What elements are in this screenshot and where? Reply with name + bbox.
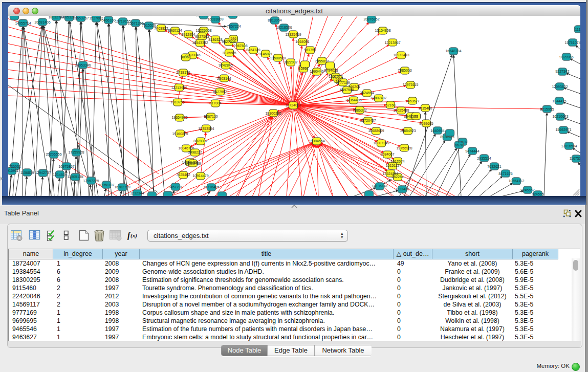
svg-text:16543382: 16543382 xyxy=(192,41,208,45)
svg-text:20876852: 20876852 xyxy=(363,17,379,21)
svg-text:9699695: 9699695 xyxy=(419,122,433,125)
svg-text:546: 546 xyxy=(230,37,236,40)
svg-text:8938923: 8938923 xyxy=(440,135,454,139)
svg-text:1615112: 1615112 xyxy=(386,164,400,167)
svg-text:12213969: 12213969 xyxy=(171,86,187,90)
svg-text:98961: 98961 xyxy=(181,55,191,59)
svg-text:9463627: 9463627 xyxy=(405,99,419,103)
svg-text:1990446: 1990446 xyxy=(310,70,323,73)
svg-text:10807487: 10807487 xyxy=(371,96,386,100)
svg-text:84: 84 xyxy=(414,115,418,118)
svg-text:12975115: 12975115 xyxy=(403,83,419,86)
svg-text:17957225: 17957225 xyxy=(83,179,99,183)
svg-text:2935514: 2935514 xyxy=(477,157,491,160)
svg-text:8454749: 8454749 xyxy=(246,48,260,52)
svg-text:7955812: 7955812 xyxy=(315,59,329,63)
svg-text:2718176: 2718176 xyxy=(176,71,190,74)
svg-text:16648784: 16648784 xyxy=(445,49,461,53)
svg-text:17359928: 17359928 xyxy=(68,150,84,154)
svg-text:13226058: 13226058 xyxy=(195,29,211,32)
svg-text:19654923: 19654923 xyxy=(400,129,416,133)
svg-text:9329966: 9329966 xyxy=(559,55,573,59)
svg-text:3822037: 3822037 xyxy=(284,60,297,64)
svg-text:9327503: 9327503 xyxy=(195,35,209,38)
svg-text:15692971: 15692971 xyxy=(555,128,571,132)
svg-text:1156819: 1156819 xyxy=(20,171,34,174)
svg-text:3624554: 3624554 xyxy=(360,91,374,95)
svg-text:19384554: 19384554 xyxy=(309,139,324,143)
svg-text:3498222: 3498222 xyxy=(188,150,202,154)
svg-text:924565: 924565 xyxy=(532,192,543,196)
svg-text:7632621: 7632621 xyxy=(487,165,501,168)
svg-text:6497508: 6497508 xyxy=(340,88,354,92)
svg-text:9115460: 9115460 xyxy=(419,106,432,110)
svg-text:9777169: 9777169 xyxy=(336,81,350,84)
svg-text:20053346: 20053346 xyxy=(75,63,91,67)
svg-text:17016504: 17016504 xyxy=(561,144,577,148)
svg-text:8813054: 8813054 xyxy=(226,16,239,17)
svg-text:12093822: 12093822 xyxy=(552,85,568,89)
svg-text:13325419: 13325419 xyxy=(285,33,301,36)
svg-text:18724007: 18724007 xyxy=(285,103,301,107)
svg-text:8427552: 8427552 xyxy=(213,90,227,94)
svg-text:1244415: 1244415 xyxy=(552,99,566,103)
svg-text:9474444: 9474444 xyxy=(465,149,479,153)
svg-text:8813054: 8813054 xyxy=(268,18,281,22)
svg-text:12353594: 12353594 xyxy=(198,127,214,130)
svg-text:16782759: 16782759 xyxy=(114,185,130,189)
svg-text:6466160: 6466160 xyxy=(101,18,115,22)
svg-text:3875685: 3875685 xyxy=(222,51,236,55)
svg-text:15720407: 15720407 xyxy=(360,119,376,122)
svg-text:961758: 961758 xyxy=(304,48,316,52)
svg-text:6678: 6678 xyxy=(455,143,463,147)
svg-text:14136141: 14136141 xyxy=(372,184,387,188)
svg-text:16033809: 16033809 xyxy=(207,17,223,21)
svg-text:1214519: 1214519 xyxy=(53,173,67,177)
svg-text:1640954: 1640954 xyxy=(430,129,444,133)
svg-text:8267130: 8267130 xyxy=(204,115,217,118)
svg-text:18807249: 18807249 xyxy=(373,141,389,145)
svg-text:15716485: 15716485 xyxy=(203,185,219,189)
svg-text:9084067: 9084067 xyxy=(380,152,394,156)
svg-text:10046726: 10046726 xyxy=(178,146,194,150)
svg-text:3915911: 3915911 xyxy=(8,169,18,172)
svg-text:1733426: 1733426 xyxy=(395,187,409,191)
svg-text:(x): (x) xyxy=(130,232,137,239)
svg-text:8960124: 8960124 xyxy=(168,29,182,32)
svg-text:7857224: 7857224 xyxy=(227,25,241,28)
svg-text:19756928: 19756928 xyxy=(396,146,412,150)
svg-text:8912954: 8912954 xyxy=(181,33,195,36)
svg-text:19654925: 19654925 xyxy=(171,116,187,119)
svg-text:10025438: 10025438 xyxy=(393,108,409,112)
svg-text:7386372: 7386372 xyxy=(353,108,366,112)
svg-text:9457791: 9457791 xyxy=(168,185,182,189)
svg-text:10958107: 10958107 xyxy=(98,183,114,187)
svg-text:8186328: 8186328 xyxy=(208,38,222,41)
svg-text:252254: 252254 xyxy=(391,175,403,179)
svg-text:9242845: 9242845 xyxy=(219,63,232,67)
svg-text:817004: 817004 xyxy=(209,101,221,105)
svg-text:62160: 62160 xyxy=(385,103,396,107)
svg-text:2803144: 2803144 xyxy=(217,77,231,80)
svg-text:7625402: 7625402 xyxy=(176,173,190,177)
svg-text:16033809: 16033809 xyxy=(195,16,211,17)
svg-text:14099489: 14099489 xyxy=(185,162,201,165)
svg-text:10975867: 10975867 xyxy=(58,165,74,168)
svg-text:10973493: 10973493 xyxy=(393,53,409,57)
svg-text:1117: 1117 xyxy=(575,28,580,31)
svg-text:14055714: 14055714 xyxy=(15,21,31,25)
svg-text:8471676: 8471676 xyxy=(498,172,512,176)
svg-text:15751074: 15751074 xyxy=(564,41,580,45)
svg-text:735031: 735031 xyxy=(9,165,20,168)
svg-text:1664091: 1664091 xyxy=(295,40,309,43)
svg-text:1232344: 1232344 xyxy=(130,191,144,195)
svg-text:16210643: 16210643 xyxy=(552,115,568,118)
svg-text:16262: 16262 xyxy=(298,67,309,70)
svg-text:1612074: 1612074 xyxy=(390,160,404,163)
svg-text:20206556: 20206556 xyxy=(46,152,61,156)
svg-text:7463822: 7463822 xyxy=(154,27,168,30)
svg-text:9794028: 9794028 xyxy=(324,69,338,72)
svg-text:10154808: 10154808 xyxy=(375,29,390,32)
svg-text:7485063: 7485063 xyxy=(398,69,411,72)
svg-text:20364436: 20364436 xyxy=(345,98,361,102)
